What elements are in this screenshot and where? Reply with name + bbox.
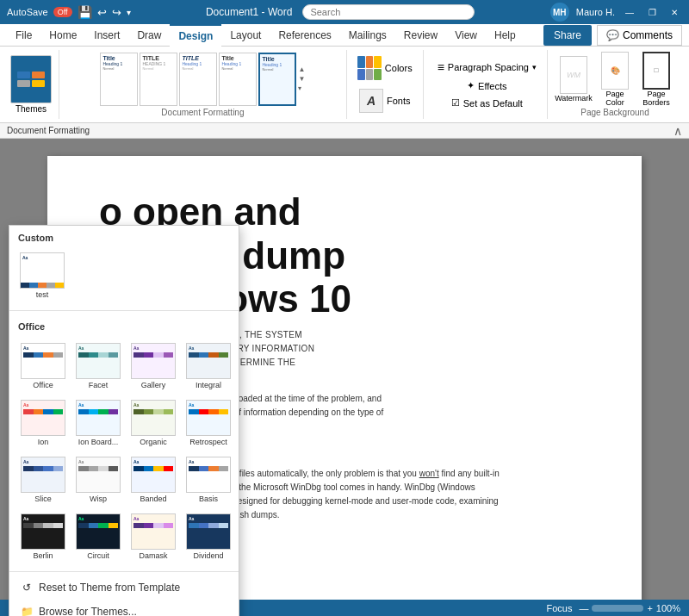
page-color-button[interactable]: 🎨 Page Color (596, 52, 634, 107)
restore-button[interactable]: ❐ (644, 4, 660, 20)
watermark-label: Watermark (555, 94, 593, 103)
page-background-label: Page Background (580, 108, 649, 119)
comments-button[interactable]: 💬 Comments (597, 25, 682, 46)
ribbon-tabs: File Home Insert Draw Design Layout Refe… (7, 24, 525, 47)
theme-organic[interactable]: Aa Organic (127, 395, 180, 451)
themes-dropdown: Custom Aa test Office (9, 225, 239, 616)
tab-design[interactable]: Design (170, 24, 221, 47)
zoom-in-icon[interactable]: + (647, 603, 652, 613)
theme-integral[interactable]: Aa Integral (182, 339, 235, 394)
doc-format-title[interactable]: Title Heading 1 Normal (100, 53, 138, 106)
tab-draw[interactable]: Draw (128, 24, 170, 47)
themes-button[interactable]: Themes (10, 55, 52, 114)
theme-facet[interactable]: Aa Facet (71, 339, 125, 394)
set-as-default-label: Set as Default (463, 98, 523, 109)
theme-retrospect[interactable]: Aa Retrospect (182, 395, 235, 451)
paragraph-spacing-button[interactable]: ≡ Paragraph Spacing ▾ (434, 59, 540, 76)
fonts-button[interactable]: A Fonts (356, 87, 414, 115)
theme-berlin[interactable]: Aa Berlin (16, 509, 70, 564)
theme-banded[interactable]: Aa Banded (127, 452, 180, 507)
undo-icon[interactable]: ↩ (97, 6, 107, 19)
search-input[interactable] (302, 4, 475, 20)
title-bar: AutoSave Off 💾 ↩ ↪ ▾ Document1 - Word MH… (0, 0, 689, 24)
doc-format-variant-3[interactable]: TITLE Heading 1 Normal (179, 53, 217, 106)
theme-ion[interactable]: Aa Ion (16, 395, 70, 451)
paragraph-spacing-icon: ≡ (438, 60, 444, 74)
set-as-default-button[interactable]: ☑ Set as Default (448, 96, 526, 110)
doc-format-title-caps[interactable]: TITLE HEADING 1 Normal (140, 53, 177, 106)
title-bar-center: Document1 - Word (206, 4, 475, 20)
themes-label: Themes (16, 104, 47, 114)
tab-layout[interactable]: Layout (221, 24, 270, 47)
zoom-slider[interactable] (592, 605, 643, 612)
autosave-toggle[interactable]: Off (53, 7, 72, 17)
browse-themes-action[interactable]: 📁 Browse for Themes... (9, 600, 239, 616)
focus-button[interactable]: Focus (546, 603, 572, 613)
quick-access-icon[interactable]: ▾ (127, 8, 131, 17)
tab-mailings[interactable]: Mailings (340, 24, 395, 47)
collapse-button[interactable]: ∧ (673, 124, 682, 138)
browse-themes-label: Browse for Themes... (39, 606, 137, 616)
theme-slice[interactable]: Aa Slice (16, 452, 70, 507)
watermark-button[interactable]: WM Watermark (555, 56, 593, 103)
comments-label: Comments (623, 29, 673, 41)
autosave-label: AutoSave (7, 7, 48, 17)
theme-dividend[interactable]: Aa Dividend (182, 509, 235, 564)
ribbon-content: Themes Title Heading 1 Normal TITLE HEAD… (0, 47, 689, 122)
ribbon: File Home Insert Draw Design Layout Refe… (0, 24, 689, 123)
share-button[interactable]: Share (543, 25, 592, 46)
page-borders-label: Page Borders (637, 90, 675, 107)
browse-icon: 📁 (20, 605, 34, 616)
ribbon-group-paragraph: ≡ Paragraph Spacing ▾ ✦ Effects ☑ Set as… (427, 50, 548, 119)
colors-button[interactable]: Colors (354, 54, 416, 82)
theme-office[interactable]: Aa Office (16, 339, 70, 394)
reset-theme-action[interactable]: ↺ Reset to Theme from Template (9, 576, 239, 600)
ribbon-group-colors-fonts: Colors A Fonts (351, 50, 424, 119)
doc-format-heading[interactable]: Title Heading 1 Normal (219, 53, 257, 106)
tab-home[interactable]: Home (40, 24, 85, 47)
theme-ion-boardroom[interactable]: Aa Ion Board... (71, 395, 125, 451)
tab-help[interactable]: Help (486, 24, 525, 47)
minimize-button[interactable]: — (622, 4, 637, 20)
document-formatting-bar: Document Formatting ∧ (0, 123, 689, 139)
theme-gallery[interactable]: Aa Gallery (127, 339, 180, 394)
theme-label-test: test (36, 290, 49, 299)
user-badge: MH (550, 3, 569, 22)
user-name: Mauro H. (576, 7, 615, 17)
redo-icon[interactable]: ↪ (112, 6, 121, 19)
theme-item-test[interactable]: Aa test (16, 248, 68, 303)
doc-format-variant-5[interactable]: Title Heading 1 Normal (258, 53, 296, 106)
ribbon-group-page-background: WM Watermark 🎨 Page Color □ Page Borders… (551, 50, 682, 119)
reset-theme-label: Reset to Theme from Template (39, 582, 180, 594)
theme-wisp[interactable]: Aa Wisp (71, 452, 125, 507)
close-button[interactable]: ✕ (667, 4, 682, 20)
paragraph-spacing-dropdown-icon: ▾ (532, 63, 537, 72)
tab-references[interactable]: References (270, 24, 339, 47)
document-formatting-label: Document Formatting (161, 108, 244, 119)
zoom-level: 100% (656, 603, 680, 613)
theme-basis[interactable]: Aa Basis (182, 452, 235, 507)
custom-themes-grid: Aa test (9, 246, 239, 307)
reset-icon: ↺ (20, 581, 34, 594)
save-icon[interactable]: 💾 (78, 5, 92, 19)
page-color-label: Page Color (596, 90, 634, 107)
zoom-out-icon[interactable]: — (579, 603, 588, 613)
tab-view[interactable]: View (446, 24, 486, 47)
office-section-label: Office (9, 314, 239, 335)
page-borders-button[interactable]: □ Page Borders (637, 52, 675, 107)
comments-icon: 💬 (606, 29, 619, 41)
effects-button[interactable]: ✦ Effects (463, 78, 510, 93)
theme-damask[interactable]: Aa Damask (127, 509, 180, 564)
fonts-label: Fonts (387, 96, 411, 106)
effects-label: Effects (478, 81, 506, 91)
document-formatting-bar-label: Document Formatting (7, 126, 90, 135)
ribbon-group-themes: Themes (7, 50, 59, 119)
effects-icon: ✦ (467, 80, 475, 91)
tab-insert[interactable]: Insert (85, 24, 128, 47)
tab-review[interactable]: Review (395, 24, 446, 47)
user-initials: MH (553, 8, 567, 17)
title-bar-left: AutoSave Off 💾 ↩ ↪ ▾ (7, 5, 131, 19)
scroll-arrows[interactable]: ▲ ▼ ▾ (298, 65, 305, 92)
theme-circuit[interactable]: Aa Circuit (71, 509, 125, 564)
tab-file[interactable]: File (7, 24, 40, 47)
